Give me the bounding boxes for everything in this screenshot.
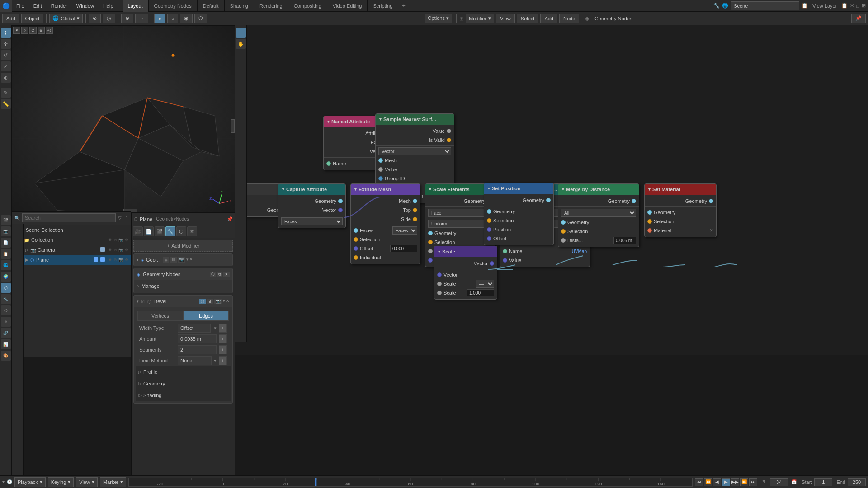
sna-name-val[interactable]: UVMap [572, 249, 587, 254]
modifier-dropdown[interactable]: Modifier ▾ [466, 14, 494, 23]
viewport-snap-btn[interactable]: ⊕ [38, 27, 45, 34]
annotate-tool[interactable]: ✎ [1, 88, 11, 98]
next-keyframe-btn[interactable]: ⏩ [740, 478, 748, 486]
sc-mode[interactable]: — [476, 280, 494, 288]
props-filter-icon[interactable]: ▽ [118, 216, 122, 221]
end-frame[interactable]: 250 [848, 478, 866, 486]
move-btn[interactable]: ↔ [135, 14, 148, 23]
segments-value[interactable]: 2 [178, 345, 217, 354]
gn-close-btn[interactable]: ✕ [223, 272, 230, 277]
menu-help[interactable]: Help [99, 0, 118, 12]
tab-shading[interactable]: Shading [225, 0, 254, 12]
marker-dropdown[interactable]: Marker ▾ [100, 477, 126, 487]
node-scale[interactable]: ▾ Scale Vector Vector Scale — [434, 246, 497, 300]
jump-start-btn[interactable]: ⏮ [695, 478, 703, 486]
gn-copy-btn[interactable]: ⧉ [217, 272, 222, 277]
geo-btn1[interactable]: ◈ [163, 257, 169, 263]
camera-item[interactable]: ▷ 📷 Camera 👁 🖱 📷 ⚙ [23, 245, 131, 255]
bevel-collapse[interactable]: ▾ [137, 299, 139, 304]
node-set-material[interactable]: ▾ Set Material Geometry Geometry Selecti… [644, 183, 717, 237]
jump-end-btn[interactable]: ⏭ [749, 478, 757, 486]
width-type-extra-btn[interactable]: + [219, 324, 227, 333]
geo-btn2[interactable]: 🖥 [170, 257, 177, 263]
node-merge-distance[interactable]: ▾ Merge by Distance Geometry All Geometr… [558, 183, 639, 247]
viewport-gizmo-btn[interactable]: ⊙ [29, 27, 37, 34]
output-props-icon[interactable]: 📄 [1, 238, 11, 248]
step-back-btn[interactable]: ◀ [713, 478, 721, 486]
amount-extra-btn[interactable]: + [219, 334, 227, 343]
view-layer-props-icon[interactable]: 📋 [1, 249, 11, 259]
viewport-3d[interactable]: X Y Z ▾ ○ ⊙ ⊕ ◎ ⋮ ⋯ [12, 25, 235, 213]
cursor-tool[interactable]: ⊹ [1, 28, 11, 38]
props-tab-render[interactable]: 🎥 [133, 226, 143, 236]
tab-default[interactable]: Default [198, 0, 225, 12]
md-dist-val[interactable] [613, 237, 636, 244]
manage-label[interactable]: Manage [142, 283, 160, 289]
add-modifier-btn[interactable]: + Add Modifier [133, 240, 233, 252]
world-props-icon[interactable]: 🌍 [1, 272, 11, 282]
tab-scripting[interactable]: Scripting [368, 0, 398, 12]
bevel-check[interactable]: ☑ [141, 299, 145, 304]
props-tab-physics[interactable]: ⚛ [187, 226, 197, 236]
geo-close[interactable]: ✕ [189, 257, 193, 263]
node-extrude-mesh[interactable]: ▾ Extrude Mesh Mesh Top Side [350, 183, 420, 264]
sm-mat-clear[interactable]: ✕ [710, 228, 713, 233]
tab-layout[interactable]: Layout [123, 0, 149, 12]
menu-window[interactable]: Window [72, 0, 99, 12]
viewport-shading-2[interactable]: ○ [167, 14, 179, 23]
scene-collection-item[interactable]: ▾ 🎬 Scene Collection [12, 225, 131, 235]
props-tab-particle[interactable]: ⬡ [176, 226, 186, 236]
limit-method-value[interactable]: None [178, 356, 212, 365]
profile-section[interactable]: ▷ Profile [136, 366, 231, 378]
scene-props-icon[interactable]: 🎬 [1, 215, 11, 225]
timeline-ruler[interactable]: -20 0 20 40 60 80 100 120 140 [128, 478, 693, 487]
node-area[interactable]: .conn-line { fill: none; stroke-width: 2… [235, 39, 868, 355]
bevel-chevron[interactable]: ▾ [223, 299, 225, 304]
props-tab-scene[interactable]: 🎬 [155, 226, 165, 236]
rotate-tool[interactable]: ↺ [1, 50, 11, 60]
menu-render[interactable]: Render [47, 0, 72, 12]
props-pin[interactable]: 📌 [227, 216, 232, 221]
node-btn[interactable]: Node [559, 14, 579, 23]
bevel-close[interactable]: ✕ [226, 299, 230, 304]
gn-fake-btn[interactable]: ⬡ [210, 272, 216, 277]
segments-extra-btn[interactable]: + [219, 345, 227, 354]
props-search-input[interactable] [22, 213, 116, 222]
width-type-value[interactable]: Offset [178, 324, 211, 333]
props-tab-output[interactable]: 📄 [144, 226, 154, 236]
viewport-shading-3[interactable]: ◉ [180, 14, 193, 23]
current-frame[interactable]: 34 [770, 478, 788, 486]
step-fwd-btn[interactable]: ▶▶ [731, 478, 739, 486]
play-btn[interactable]: ▶ [722, 478, 730, 486]
shading-section[interactable]: ▷ Shading [136, 389, 231, 401]
md-mode[interactable]: All [561, 209, 636, 217]
plane-item[interactable]: ▶ ⬡ Plane 👁 🖱 📷 ⚙ [23, 255, 131, 265]
scale-tool[interactable]: ⤢ [1, 61, 11, 71]
tab-rendering[interactable]: Rendering [254, 0, 288, 12]
prev-keyframe-btn[interactable]: ⏪ [704, 478, 712, 486]
physics-icon[interactable]: ⚛ [1, 317, 11, 327]
scene-props-icon2[interactable]: 🌐 [1, 260, 11, 270]
ne-hand-tool[interactable]: ✋ [236, 39, 246, 49]
geometry-section[interactable]: ▷ Geometry [136, 378, 231, 389]
snapping-btn[interactable]: ⊙ [89, 14, 101, 23]
data-props-icon[interactable]: 📊 [1, 339, 11, 349]
ca-domain-dropdown[interactable]: Faces [281, 217, 343, 225]
menu-file[interactable]: File [12, 0, 29, 12]
props-tab-modifier[interactable]: 🔧 [165, 226, 175, 236]
bevel-btn3[interactable]: 📷 [214, 299, 222, 304]
add-button[interactable]: Add [2, 14, 19, 23]
select-btn[interactable]: Select [517, 14, 539, 23]
se-domain[interactable]: Face [428, 209, 492, 217]
render-props-icon[interactable]: 📷 [1, 226, 11, 236]
collection-item[interactable]: ▾ 📁 Collection 👁 🖱 📷 ⚙ [18, 235, 131, 245]
geo-btn3[interactable]: 📷 [178, 257, 185, 263]
options-dropdown[interactable]: Options ▾ [425, 14, 452, 23]
modifier-icon[interactable]: 🔧 [1, 294, 11, 304]
measure-tool[interactable]: 📏 [1, 99, 11, 109]
limit-extra-btn[interactable]: + [219, 356, 227, 365]
geo-collapse[interactable]: ▾ [137, 258, 139, 262]
manage-arrow[interactable]: ▷ [137, 284, 140, 288]
node-capture-attribute[interactable]: ▾ Capture Attribute Geometry Vector Face… [278, 183, 346, 228]
sn-type-dropdown[interactable]: Vector [378, 147, 451, 155]
